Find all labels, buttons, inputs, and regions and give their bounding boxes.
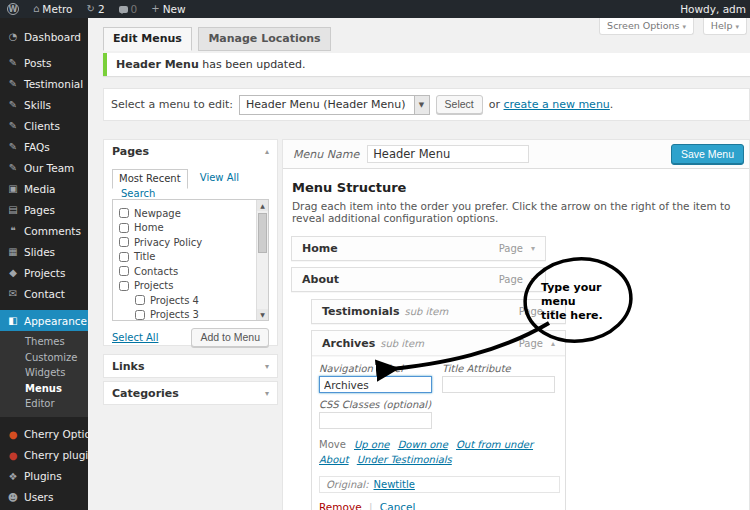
screen-options-button[interactable]: Screen Options ▾ [599, 18, 694, 35]
sidebar-item-dashboard[interactable]: ◔ Dashboard [0, 26, 88, 47]
original-label: Original: [326, 479, 369, 490]
chevron-down-icon[interactable]: ▾ [531, 244, 535, 253]
menu-item-title: About [302, 273, 339, 286]
menu-item-title: Testimonials [322, 305, 399, 318]
wordpress-menu[interactable]: W [0, 0, 26, 18]
categories-panel-title: Categories [112, 387, 179, 400]
sidebar-item-our-team[interactable]: ✎ Our Team [0, 157, 88, 178]
select-all-link[interactable]: Select All [112, 332, 158, 343]
page-checkbox[interactable] [119, 281, 129, 291]
submenu-item-widgets[interactable]: Widgets [0, 365, 88, 381]
sidebar-item-clients[interactable]: ✎ Clients [0, 115, 88, 136]
notice-text: has been updated. [199, 58, 306, 71]
list-item: Title [119, 250, 268, 265]
sidebar-item-slides[interactable]: ▦ Slides [0, 241, 88, 262]
menu-name-input[interactable] [367, 145, 529, 163]
move-under-link[interactable]: Under Testimonials [357, 454, 452, 465]
sidebar-item-label: Pages [24, 204, 55, 216]
menu-item-about[interactable]: About Page ▾ [291, 267, 546, 292]
sidebar-item-plugins[interactable]: ❖ Plugins [0, 466, 88, 487]
sidebar-item-label: Dashboard [24, 31, 81, 43]
scrollbar[interactable]: ▲ ▼ [256, 200, 268, 320]
select-button[interactable]: Select [436, 95, 483, 114]
sidebar-item-posts[interactable]: ✎ Posts [0, 52, 88, 73]
sidebar-item-faqs[interactable]: ✎ FAQs [0, 136, 88, 157]
new-content-menu[interactable]: + New [144, 0, 192, 18]
comments-link[interactable]: 0 [112, 0, 145, 18]
sidebar-item-skills[interactable]: ✎ Skills [0, 94, 88, 115]
page-checkbox[interactable] [119, 252, 129, 262]
menu-item-archives-expanded: Archives sub item Page ▴ Navigation Labe… [311, 330, 566, 510]
chevron-down-icon[interactable]: ▾ [551, 307, 555, 316]
page-label: Title [134, 251, 155, 262]
sidebar-item-testimonial[interactable]: ✎ Testimonial [0, 73, 88, 94]
categories-panel-header[interactable]: Categories ▾ [104, 382, 277, 405]
sidebar-item-media[interactable]: ▣ Media [0, 178, 88, 199]
sidebar-item-cherry-options[interactable]: ● Cherry Options [0, 424, 88, 445]
menu-item-home[interactable]: Home Page ▾ [291, 236, 546, 261]
users-icon: ☻ [7, 492, 19, 503]
page-checkbox[interactable] [135, 295, 145, 305]
navigation-label-input[interactable] [319, 376, 432, 393]
submenu-item-themes[interactable]: Themes [0, 334, 88, 350]
select-dropdown-icon: ▼ [414, 96, 429, 114]
remove-link[interactable]: Remove [319, 501, 362, 510]
original-item-link[interactable]: Newtitle [374, 479, 415, 490]
sidebar-item-label: Our Team [24, 162, 74, 174]
media-icon: ▣ [7, 183, 19, 194]
post-icon: ✎ [7, 57, 19, 68]
create-new-menu-link[interactable]: create a new menu [504, 98, 610, 111]
title-attribute-input[interactable] [442, 376, 555, 393]
pages-panel-header[interactable]: Pages ▴ [104, 140, 277, 163]
page-checkbox[interactable] [135, 310, 145, 320]
sidebar-item-projects[interactable]: ◆ Projects [0, 262, 88, 283]
move-up-link[interactable]: Up one [354, 439, 389, 450]
howdy-menu[interactable]: Howdy, adm [680, 3, 750, 15]
scroll-up-icon[interactable]: ▲ [257, 200, 268, 211]
sidebar-item-contact[interactable]: ✉ Contact [0, 283, 88, 304]
sidebar-item-users[interactable]: ☻ Users [0, 487, 88, 508]
menu-item-testimonials[interactable]: Testimonials sub item Page ▾ [311, 299, 566, 324]
menu-item-archives[interactable]: Archives sub item Page ▴ [312, 331, 565, 356]
save-menu-button[interactable]: Save Menu [671, 144, 744, 165]
cherry-icon: ● [7, 450, 19, 461]
page-checkbox[interactable] [119, 208, 129, 218]
page-checkbox[interactable] [119, 223, 129, 233]
submenu-item-editor[interactable]: Editor [0, 396, 88, 412]
submenu-item-customize[interactable]: Customize [0, 350, 88, 366]
pages-tabs: Most Recent View All Search [112, 168, 269, 199]
move-down-link[interactable]: Down one [398, 439, 448, 450]
css-classes-input[interactable] [319, 412, 432, 429]
updates-link[interactable]: ↻ 2 [80, 0, 112, 18]
cancel-link[interactable]: Cancel [380, 501, 416, 510]
cherry-icon: ● [7, 429, 19, 440]
sidebar-item-label: FAQs [24, 141, 50, 153]
tab-most-recent[interactable]: Most Recent [112, 169, 188, 189]
sidebar-item-cherry-plugin[interactable]: ● Cherry plugin [0, 445, 88, 466]
list-item: Contacts [119, 264, 268, 279]
sidebar-item-pages[interactable]: ▤ Pages [0, 199, 88, 220]
contact-icon: ✉ [7, 288, 19, 299]
tab-manage-locations[interactable]: Manage Locations [198, 27, 330, 51]
add-to-menu-button[interactable]: Add to Menu [191, 328, 269, 347]
links-panel-header[interactable]: Links ▾ [104, 355, 277, 378]
scroll-down-icon[interactable]: ▼ [257, 309, 268, 320]
chevron-down-icon[interactable]: ▾ [531, 275, 535, 284]
appearance-submenu: Themes Customize Widgets Menus Editor [0, 331, 88, 417]
chevron-up-icon[interactable]: ▴ [551, 339, 555, 348]
sidebar-item-comments[interactable]: ❝ Comments [0, 220, 88, 241]
page-checkbox[interactable] [119, 266, 129, 276]
scrollbar-thumb[interactable] [258, 213, 267, 253]
page-checkbox[interactable] [119, 237, 129, 247]
help-button[interactable]: Help ▾ [703, 18, 747, 35]
submenu-item-menus[interactable]: Menus [0, 381, 88, 397]
site-link[interactable]: ⌂ Metro [26, 0, 80, 18]
tab-edit-menus[interactable]: Edit Menus [103, 27, 192, 51]
menu-item-subitem-label: sub item [380, 338, 424, 349]
menu-structure-title: Menu Structure [292, 180, 406, 195]
tab-view-all[interactable]: View All [200, 172, 239, 183]
sidebar-item-appearance[interactable]: ◧ Appearance [0, 310, 88, 331]
chevron-down-icon: ▾ [682, 23, 686, 31]
tab-search[interactable]: Search [121, 188, 155, 199]
menu-select[interactable]: Header Menu (Header Menu) ▼ [239, 95, 430, 115]
